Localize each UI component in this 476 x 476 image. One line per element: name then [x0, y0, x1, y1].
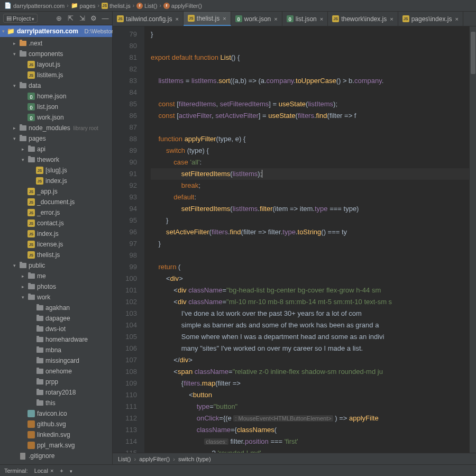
- hide-icon[interactable]: —: [102, 15, 109, 22]
- tree-row[interactable]: agakhan: [0, 303, 112, 313]
- project-root-row[interactable]: ▾ 📁 darrylpatterson.com D:\Webstor: [0, 25, 112, 37]
- scrollbar-thumb[interactable]: [471, 32, 475, 74]
- locate-icon[interactable]: ⊕: [55, 15, 62, 22]
- tree-row[interactable]: ▸me: [0, 271, 112, 281]
- project-toolbar: ▤ Project ⊕ ⇱ ⇲ ⚙ —: [0, 12, 112, 25]
- close-icon[interactable]: ×: [274, 16, 277, 22]
- tree-row[interactable]: ▾components: [0, 49, 112, 59]
- tree-row[interactable]: ▸.next: [0, 38, 112, 49]
- terminal-more-icon[interactable]: [70, 468, 72, 474]
- tree-row[interactable]: missingcard: [0, 355, 112, 366]
- tree-row[interactable]: {}home.json: [0, 91, 112, 102]
- tree-row[interactable]: ▸photos: [0, 281, 112, 292]
- tree-row[interactable]: ▾data: [0, 80, 112, 91]
- close-icon[interactable]: ×: [320, 16, 323, 22]
- tree-row[interactable]: {}work.json: [0, 112, 112, 123]
- folder-icon: 📁: [7, 28, 15, 35]
- bc-fn1[interactable]: f List(): [136, 3, 157, 9]
- tree-row[interactable]: JSthelist.js: [0, 250, 112, 260]
- tree-row[interactable]: rotary2018: [0, 387, 112, 398]
- tree-row[interactable]: linkedin.svg: [0, 429, 112, 440]
- tree-row[interactable]: dapagee: [0, 313, 112, 324]
- tree-row[interactable]: favicon.ico: [0, 408, 112, 419]
- tree-row[interactable]: JScontact.js: [0, 218, 112, 228]
- tree-row[interactable]: ▾public: [0, 260, 112, 271]
- code-viewport[interactable]: } export default function List() { listI…: [144, 26, 469, 453]
- close-icon[interactable]: ×: [175, 16, 178, 22]
- tree-row[interactable]: ppl_mark.svg: [0, 440, 112, 451]
- bc-folder[interactable]: 📁 pages: [71, 2, 96, 9]
- terminal-tab[interactable]: Local ×: [34, 468, 54, 474]
- tree-row[interactable]: onehome: [0, 366, 112, 377]
- tree-row[interactable]: ▾pages: [0, 133, 112, 144]
- bc-fn2[interactable]: f applyFilter(): [163, 3, 202, 9]
- tree-row[interactable]: JS_app.js: [0, 186, 112, 197]
- terminal-toolbar: Terminal: Local × +: [0, 464, 476, 476]
- tree-row[interactable]: this: [0, 398, 112, 408]
- vertical-scrollbar[interactable]: [469, 26, 476, 453]
- add-terminal-icon[interactable]: +: [60, 468, 63, 474]
- editor-breadcrumb[interactable]: List()› applyFilter()› switch (type): [113, 453, 476, 464]
- editor-tab[interactable]: {}work.json×: [231, 12, 282, 26]
- editor-tab[interactable]: JSpages\index.js×: [398, 12, 463, 26]
- tree-row[interactable]: JS_document.js: [0, 197, 112, 207]
- project-tool-window: ▤ Project ⊕ ⇱ ⇲ ⚙ — ▾ 📁 darrylpatterson.…: [0, 12, 113, 464]
- tree-row[interactable]: JSlistitem.js: [0, 70, 112, 80]
- close-icon[interactable]: ×: [455, 16, 458, 22]
- expand-icon[interactable]: ⇱: [67, 15, 74, 22]
- tree-row[interactable]: homehardware: [0, 334, 112, 345]
- project-view-select[interactable]: ▤ Project: [3, 14, 38, 23]
- navigation-breadcrumb: 📄 darrylpatterson.com › 📁 pages › JS the…: [0, 0, 476, 12]
- tree-row[interactable]: JS[slug].js: [0, 165, 112, 176]
- tree-row[interactable]: .gitignore: [0, 451, 112, 461]
- close-icon[interactable]: ×: [223, 15, 226, 22]
- editor-tab[interactable]: JStailwind.config.js×: [113, 12, 184, 26]
- project-tree[interactable]: ▸.next▾componentsJSlayout.jsJSlistitem.j…: [0, 37, 112, 464]
- terminal-label: Terminal:: [4, 468, 28, 474]
- tree-row[interactable]: prpp: [0, 377, 112, 387]
- gear-icon[interactable]: ⚙: [90, 15, 97, 22]
- tree-row[interactable]: ▸api: [0, 144, 112, 154]
- tree-row[interactable]: dws-iot: [0, 324, 112, 334]
- tree-row[interactable]: ▾thework: [0, 154, 112, 165]
- editor-tab[interactable]: JSthelist.js×: [184, 12, 231, 26]
- collapse-icon[interactable]: ⇲: [78, 15, 86, 22]
- gutter[interactable]: 7980818283848586878889909192939495969798…: [113, 26, 144, 453]
- bc-project[interactable]: 📄 darrylpatterson.com: [4, 2, 65, 9]
- tree-row[interactable]: JSlicense.js: [0, 239, 112, 250]
- tree-row[interactable]: JSlayout.js: [0, 59, 112, 70]
- tree-row[interactable]: JSindex.js: [0, 228, 112, 239]
- tree-row[interactable]: github.svg: [0, 419, 112, 429]
- editor-tab[interactable]: JSthework\index.js×: [328, 12, 398, 26]
- editor-tabs: JStailwind.config.js×JSthelist.js×{}work…: [113, 12, 476, 26]
- editor-tab[interactable]: {}list.json×: [282, 12, 328, 26]
- close-icon[interactable]: ×: [50, 468, 53, 474]
- editor-area: JStailwind.config.js×JSthelist.js×{}work…: [113, 12, 476, 464]
- tree-row[interactable]: JSindex.js: [0, 176, 112, 186]
- close-icon[interactable]: ×: [390, 16, 393, 22]
- tree-row[interactable]: JS_error.js: [0, 207, 112, 218]
- tree-row[interactable]: ▸node_modules library root: [0, 123, 112, 133]
- tree-row[interactable]: ▾work: [0, 292, 112, 303]
- bc-file[interactable]: JS thelist.js: [102, 3, 131, 9]
- tree-row[interactable]: {}list.json: [0, 102, 112, 112]
- tree-row[interactable]: mbna: [0, 345, 112, 355]
